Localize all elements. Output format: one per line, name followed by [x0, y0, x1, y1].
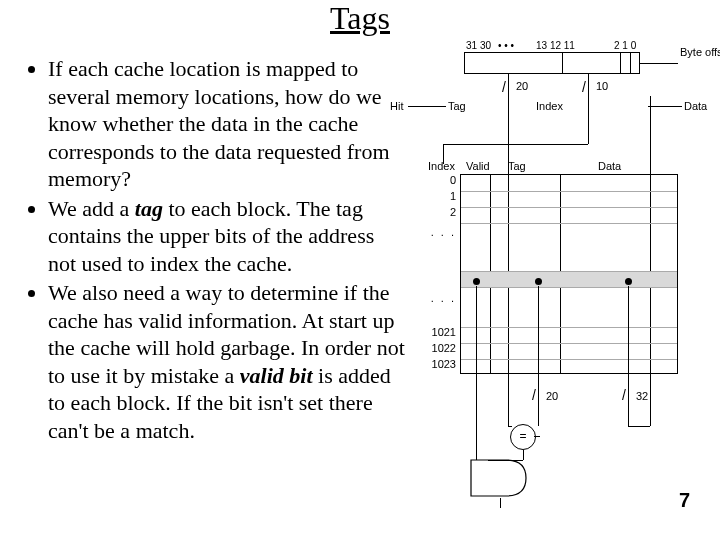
- addr-div-3: [630, 52, 631, 74]
- tag-bus-width: 20: [546, 390, 558, 402]
- bit-tick-lo: 2 1 0: [614, 40, 636, 51]
- tag-bus-slash: /: [532, 388, 536, 402]
- byte-offset-wire: [640, 63, 678, 64]
- tagfield-tap-v: [538, 286, 539, 426]
- tag-width: 20: [516, 80, 528, 92]
- index-slash: /: [582, 80, 586, 94]
- slide: Tags If each cache location is mapped to…: [0, 0, 720, 540]
- row-1022: 1022: [428, 342, 456, 354]
- tag-down: [508, 74, 509, 96]
- valid-tap-dot: [473, 278, 480, 285]
- byte-offset-text: Byte offset: [680, 46, 720, 58]
- row-ell-1: . . .: [428, 226, 456, 238]
- addr-div-1: [562, 52, 563, 74]
- page-title: Tags: [0, 0, 720, 37]
- bit-tick-hi: 31 30: [466, 40, 491, 51]
- and-gate: [466, 458, 536, 498]
- row-1: 1: [428, 190, 456, 202]
- index-label: Index: [536, 100, 563, 112]
- data-tap-dot: [625, 278, 632, 285]
- index-down: [588, 74, 589, 96]
- bit-dots: • • •: [498, 40, 514, 51]
- hit-label: Hit: [390, 100, 403, 112]
- index-width: 10: [596, 80, 608, 92]
- bit-tick-mid: 13 12 11: [536, 40, 575, 51]
- index-bus-v: [588, 96, 589, 144]
- bullet-3: We also need a way to determine if the c…: [48, 279, 407, 444]
- byte-offset-label: Byte offset: [680, 46, 720, 58]
- data-bus-slash: /: [622, 388, 626, 402]
- row-1021: 1021: [428, 326, 456, 338]
- hdr-data: Data: [598, 160, 621, 172]
- cache-diagram: 31 30 13 12 11 2 1 0 • • • Byte offset /…: [388, 40, 710, 510]
- valid-tap-v: [476, 286, 477, 462]
- hdr-valid: Valid: [466, 160, 490, 172]
- bullet-1: If each cache location is mapped to seve…: [48, 55, 407, 193]
- datafield-tap-v: [628, 286, 629, 426]
- addr-div-2: [620, 52, 621, 74]
- hit-wire-h: [408, 106, 446, 107]
- bullet-2: We add a tag to each block. The tag cont…: [48, 195, 407, 278]
- cache-table: [460, 174, 678, 374]
- row-1023: 1023: [428, 358, 456, 370]
- hdr-index: Index: [428, 160, 455, 172]
- highlight-row: [461, 271, 677, 287]
- tag-tap-dot: [535, 278, 542, 285]
- page-number: 7: [679, 489, 690, 512]
- row-ell-2: . . .: [428, 292, 456, 304]
- data-bus-width: 32: [636, 390, 648, 402]
- comparator: =: [510, 424, 536, 450]
- row-0: 0: [428, 174, 456, 186]
- body-text: If each cache location is mapped to seve…: [22, 55, 407, 446]
- hdr-tag: Tag: [508, 160, 526, 172]
- data-label: Data: [684, 100, 707, 112]
- index-bus-h: [443, 144, 588, 145]
- tag-slash: /: [502, 80, 506, 94]
- tag-label: Tag: [448, 100, 466, 112]
- row-2: 2: [428, 206, 456, 218]
- data-join-h: [628, 426, 650, 427]
- data-wire-h: [648, 106, 682, 107]
- and-out-v: [500, 498, 501, 508]
- address-bar: [464, 52, 640, 74]
